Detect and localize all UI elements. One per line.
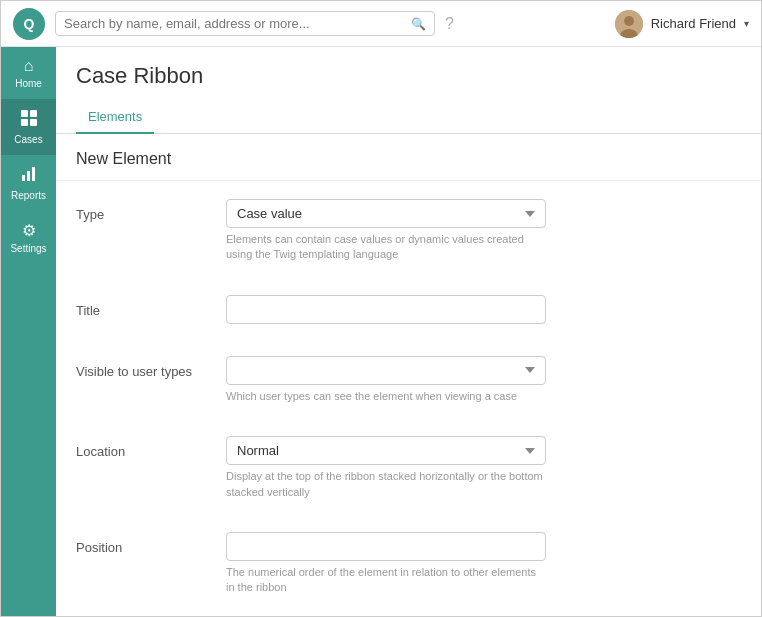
position-hint: The numerical order of the element in re…	[226, 565, 546, 596]
sidebar-item-home[interactable]: ⌂ Home	[1, 47, 56, 99]
type-field: Case value Dynamic value Elements can co…	[226, 199, 546, 263]
svg-rect-3	[21, 110, 28, 117]
sidebar-item-cases-label: Cases	[14, 134, 42, 145]
type-hint: Elements can contain case values or dyna…	[226, 232, 546, 263]
svg-rect-8	[27, 171, 30, 181]
title-row: Title	[76, 287, 741, 332]
sidebar: ⌂ Home Cases	[1, 47, 56, 616]
type-row: Type Case value Dynamic value Elements c…	[76, 191, 741, 271]
location-hint: Display at the top of the ribbon stacked…	[226, 469, 546, 500]
visible-to-label: Visible to user types	[76, 356, 226, 379]
topbar-right: Richard Friend ▾	[615, 10, 749, 38]
title-label: Title	[76, 295, 226, 318]
location-label: Location	[76, 436, 226, 459]
visible-to-hint: Which user types can see the element whe…	[226, 389, 546, 404]
position-row: Position The numerical order of the elem…	[76, 524, 741, 604]
sidebar-item-settings[interactable]: ⚙ Settings	[1, 211, 56, 264]
location-row: Location Normal Top Bottom Display at th…	[76, 428, 741, 508]
sidebar-item-home-label: Home	[15, 78, 42, 89]
app-logo: Q	[13, 8, 45, 40]
section-title: New Element	[56, 134, 761, 181]
home-icon: ⌂	[24, 57, 34, 75]
reports-icon	[20, 165, 38, 187]
svg-rect-7	[22, 175, 25, 181]
settings-icon: ⚙	[22, 221, 36, 240]
avatar	[615, 10, 643, 38]
user-name: Richard Friend	[651, 16, 736, 31]
content-area: Case Ribbon Elements New Element Type Ca…	[56, 47, 761, 616]
tabs-bar: Elements	[56, 101, 761, 134]
svg-rect-5	[21, 119, 28, 126]
sidebar-item-reports-label: Reports	[11, 190, 46, 201]
sidebar-item-settings-label: Settings	[10, 243, 46, 254]
visible-to-select[interactable]	[226, 356, 546, 385]
main-layout: ⌂ Home Cases	[1, 47, 761, 616]
topbar: Q 🔍 ? Richard Friend ▾	[1, 1, 761, 47]
tab-elements[interactable]: Elements	[76, 101, 154, 134]
sidebar-item-cases[interactable]: Cases	[1, 99, 56, 155]
type-label: Type	[76, 199, 226, 222]
page-title: Case Ribbon	[76, 63, 741, 89]
user-dropdown-arrow[interactable]: ▾	[744, 18, 749, 29]
page-header: Case Ribbon	[56, 47, 761, 101]
title-field	[226, 295, 546, 324]
sidebar-item-reports[interactable]: Reports	[1, 155, 56, 211]
visible-to-field: Which user types can see the element whe…	[226, 356, 546, 404]
search-icon: 🔍	[411, 17, 426, 31]
form-body: Type Case value Dynamic value Elements c…	[56, 181, 761, 616]
position-label: Position	[76, 532, 226, 555]
visible-to-row: Visible to user types Which user types c…	[76, 348, 741, 412]
location-field: Normal Top Bottom Display at the top of …	[226, 436, 546, 500]
position-field: The numerical order of the element in re…	[226, 532, 546, 596]
svg-rect-6	[30, 119, 37, 126]
search-input[interactable]	[64, 16, 407, 31]
position-input[interactable]	[226, 532, 546, 561]
search-bar[interactable]: 🔍	[55, 11, 435, 36]
location-select[interactable]: Normal Top Bottom	[226, 436, 546, 465]
cases-icon	[20, 109, 38, 131]
svg-rect-9	[32, 167, 35, 181]
help-icon[interactable]: ?	[445, 15, 454, 33]
type-select[interactable]: Case value Dynamic value	[226, 199, 546, 228]
title-input[interactable]	[226, 295, 546, 324]
svg-point-1	[624, 16, 634, 26]
svg-rect-4	[30, 110, 37, 117]
